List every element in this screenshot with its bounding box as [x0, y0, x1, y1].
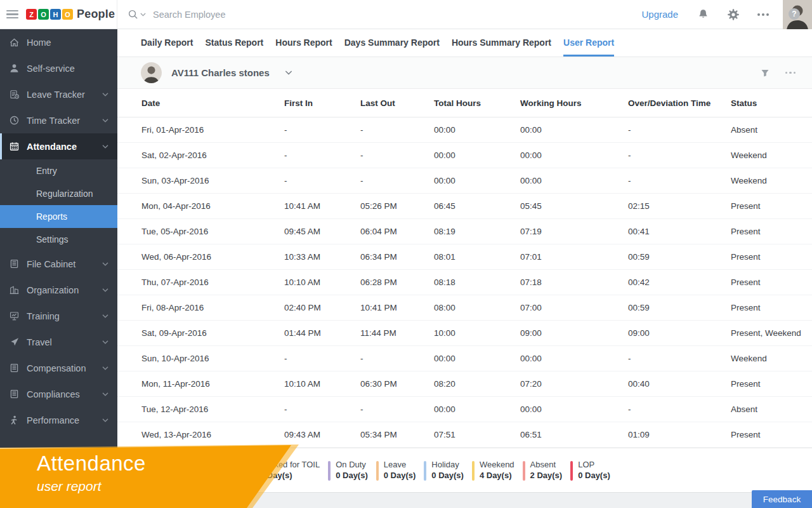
- report-tab[interactable]: Daily Report: [141, 29, 193, 57]
- chevron-down-icon: [102, 145, 108, 149]
- zoho-logo[interactable]: ZOHO: [26, 9, 73, 20]
- table-row[interactable]: Sat, 09-Apr-2016 01:44 PM 11:44 PM 10:00…: [117, 321, 812, 346]
- cell-working-hours: 07:20: [520, 379, 628, 389]
- leave-tracker-icon: [9, 89, 20, 100]
- sidebar-item[interactable]: Travel: [0, 329, 117, 355]
- sidebar-item-label: Self-service: [27, 64, 75, 74]
- column-header: Working Hours: [520, 98, 628, 108]
- sidebar-item[interactable]: Self-service: [0, 55, 117, 81]
- chevron-down-icon: [102, 392, 108, 396]
- sidebar-item[interactable]: Settings: [0, 228, 117, 251]
- cell-total-hours: 00:00: [434, 176, 520, 185]
- employee-name[interactable]: AV111 Charles stones: [171, 67, 270, 78]
- report-tab[interactable]: Hours Report: [275, 29, 332, 57]
- chevron-down-icon: [102, 366, 108, 370]
- more-options-icon[interactable]: [785, 72, 796, 74]
- sidebar-item[interactable]: Attendance: [0, 133, 117, 159]
- sidebar-item[interactable]: Time Tracker: [0, 107, 117, 133]
- sidebar-item[interactable]: Home: [0, 29, 117, 55]
- search-icon: [128, 9, 138, 20]
- cell-last-out: 10:41 PM: [360, 303, 434, 312]
- report-tab[interactable]: User Report: [563, 29, 614, 57]
- notifications-bell-icon[interactable]: [697, 8, 709, 20]
- sidebar-item[interactable]: Reports: [0, 205, 117, 228]
- cell-first-in: -: [284, 150, 360, 160]
- filter-funnel-icon[interactable]: [760, 68, 770, 78]
- cell-status: Present: [731, 303, 812, 312]
- sidebar-item[interactable]: Regularization: [0, 182, 117, 205]
- cell-deviation: 02:15: [628, 201, 731, 211]
- column-header: Over/Deviation Time: [628, 98, 731, 108]
- sidebar-item[interactable]: Organization: [0, 277, 117, 303]
- table-row[interactable]: Mon, 11-Apr-2016 10:10 AM 06:30 PM 08:20…: [117, 371, 812, 397]
- employee-dropdown-chevron-icon[interactable]: [285, 70, 292, 75]
- cell-last-out: 06:04 PM: [360, 227, 434, 236]
- sidebar-item-label: Attendance: [27, 142, 77, 152]
- sidebar-item[interactable]: File Cabinet: [0, 251, 117, 277]
- table-row[interactable]: Sun, 10-Apr-2016 - - 00:00 00:00 - Weeke…: [117, 346, 812, 371]
- sidebar-item[interactable]: Compliances: [0, 381, 117, 407]
- table-row[interactable]: Fri, 08-Apr-2016 02:40 PM 10:41 PM 08:00…: [117, 295, 812, 321]
- legend-label: Weekend: [480, 460, 514, 471]
- search-input[interactable]: [152, 9, 317, 20]
- employee-search[interactable]: [117, 0, 641, 29]
- sidebar-item-label: Organization: [27, 285, 79, 295]
- cell-working-hours: 07:01: [520, 252, 628, 262]
- sidebar-item-label: Leave Tracker: [27, 90, 85, 100]
- chevron-down-icon: [102, 418, 108, 422]
- table-row[interactable]: Wed, 13-Apr-2016 09:43 AM 05:34 PM 07:51…: [117, 422, 812, 448]
- table-row[interactable]: Fri, 01-Apr-2016 - - 00:00 00:00 - Absen…: [117, 117, 812, 143]
- report-tab[interactable]: Days Summary Report: [344, 29, 440, 57]
- cell-date: Sun, 03-Apr-2016: [141, 176, 284, 185]
- legend-item: Absent 2 Day(s): [523, 460, 563, 481]
- sidebar-item[interactable]: Leave Tracker: [0, 81, 117, 107]
- legend-value: 0 Day(s): [431, 471, 464, 481]
- sidebar-item[interactable]: Performance: [0, 407, 117, 433]
- cell-status: Present: [731, 379, 812, 389]
- sidebar-item-label: Regularization: [36, 189, 93, 199]
- logo-tile: Z: [26, 9, 37, 20]
- table-row[interactable]: Tue, 05-Apr-2016 09:45 AM 06:04 PM 08:19…: [117, 219, 812, 244]
- file-cabinet-icon: [9, 258, 20, 269]
- sidebar-nav: Home Self-service Leave Tracker Time Tra…: [0, 29, 117, 448]
- table-row[interactable]: Mon, 04-Apr-2016 10:41 AM 05:26 PM 06:45…: [117, 194, 812, 219]
- hamburger-menu-icon[interactable]: [6, 10, 18, 19]
- legend-item: Leave 0 Day(s): [376, 460, 416, 481]
- cell-deviation: -: [628, 125, 731, 135]
- cell-working-hours: 05:45: [520, 201, 628, 211]
- cell-deviation: -: [628, 354, 731, 363]
- settings-gear-icon[interactable]: [727, 8, 740, 21]
- report-tab[interactable]: Hours Summary Report: [452, 29, 551, 57]
- cell-status: Present: [731, 252, 812, 262]
- chevron-down-icon: [102, 288, 108, 292]
- table-row[interactable]: Sun, 03-Apr-2016 - - 00:00 00:00 - Weeke…: [117, 168, 812, 194]
- cell-total-hours: 08:00: [434, 303, 520, 312]
- sidebar-item[interactable]: Compensation: [0, 355, 117, 381]
- legend-value: 2 Day(s): [530, 471, 563, 481]
- top-header: ZOHO People Upgrade: [0, 0, 812, 29]
- feedback-button[interactable]: Feedback: [752, 490, 812, 508]
- cell-last-out: 06:34 PM: [360, 252, 434, 262]
- search-scope-chevron-icon[interactable]: [140, 13, 146, 17]
- organization-icon: [9, 284, 20, 295]
- sidebar-item[interactable]: Entry: [0, 159, 117, 182]
- table-row[interactable]: Tue, 12-Apr-2016 - - 00:00 00:00 - Absen…: [117, 397, 812, 422]
- cell-last-out: -: [360, 354, 434, 363]
- cell-date: Tue, 12-Apr-2016: [141, 404, 284, 414]
- cell-total-hours: 08:18: [434, 277, 520, 287]
- table-row[interactable]: Thu, 07-Apr-2016 10:10 AM 06:28 PM 08:18…: [117, 270, 812, 295]
- table-row[interactable]: Sat, 02-Apr-2016 - - 00:00 00:00 - Weeke…: [117, 143, 812, 168]
- help-icon[interactable]: ?: [789, 8, 800, 20]
- upgrade-link[interactable]: Upgrade: [641, 9, 678, 20]
- cell-total-hours: 00:00: [434, 354, 520, 363]
- report-tab[interactable]: Status Report: [205, 29, 263, 57]
- legend-value: 0 Day(s): [578, 471, 610, 481]
- brand-area: ZOHO People: [0, 0, 117, 29]
- attendance-banner: Attendance user report: [0, 444, 299, 508]
- legend-label: On Duty: [336, 460, 368, 471]
- table-row[interactable]: Wed, 06-Apr-2016 10:33 AM 06:34 PM 08:01…: [117, 244, 812, 270]
- user-icon: [9, 63, 20, 74]
- more-apps-icon[interactable]: [757, 13, 769, 16]
- legend-label: Leave: [384, 460, 416, 471]
- sidebar-item[interactable]: Training: [0, 303, 117, 329]
